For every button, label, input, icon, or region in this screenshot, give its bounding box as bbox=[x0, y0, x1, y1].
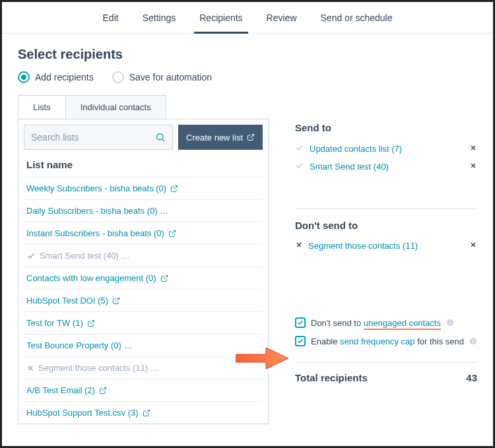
list-item[interactable]: Segment those contacts (11) … bbox=[24, 356, 263, 379]
list-item[interactable]: Test for TW (1) bbox=[24, 311, 263, 334]
nav-send-or-schedule[interactable]: Send or schedule bbox=[309, 2, 405, 33]
list-item-label: Segment those contacts (11) … bbox=[38, 363, 159, 373]
x-icon bbox=[469, 162, 477, 170]
remove-button[interactable] bbox=[469, 241, 477, 251]
create-new-list-button[interactable]: Create new list bbox=[178, 125, 263, 150]
list-item-label: Contacts with low engagement (0) bbox=[26, 273, 156, 283]
remove-button[interactable] bbox=[469, 162, 477, 172]
svg-line-6 bbox=[116, 298, 119, 302]
remove-button[interactable] bbox=[469, 144, 477, 154]
search-placeholder: Search lists bbox=[31, 132, 79, 143]
list-item-label: Test Bounce Property (0) … bbox=[26, 340, 132, 350]
list-item-label: Weekly Subscribers - bisha beats (0) bbox=[26, 183, 166, 193]
recipient-tabs: Lists Individual contacts bbox=[18, 95, 477, 119]
nav-recipients[interactable]: Recipients bbox=[187, 2, 254, 33]
list-name-header: List name bbox=[24, 155, 263, 177]
send-to-item-label[interactable]: Updated contacts list (7) bbox=[310, 144, 402, 154]
svg-line-5 bbox=[164, 275, 168, 279]
list-item[interactable]: Weekly Subscribers - bisha beats (0) bbox=[24, 177, 263, 199]
radio-add-recipients-label: Add recipients bbox=[35, 72, 94, 82]
list-item[interactable]: HubSpot Test DOI (5) bbox=[24, 289, 263, 311]
external-link-icon bbox=[168, 230, 176, 238]
external-link-icon bbox=[143, 409, 150, 417]
check-icon bbox=[26, 251, 36, 261]
list-item[interactable]: Smart Send test (40) … bbox=[24, 244, 263, 267]
dont-send-to-item: Segment those contacts (11) bbox=[295, 238, 477, 254]
external-link-icon bbox=[160, 274, 168, 282]
check-icon bbox=[295, 143, 304, 152]
list-item[interactable]: A/B Test Email (2) bbox=[24, 379, 263, 401]
check-icon bbox=[295, 161, 304, 170]
list-item-label: HubSpot Support Test.csv (3) bbox=[26, 408, 139, 418]
total-recipients-label: Total recipients bbox=[295, 372, 368, 383]
nav-review[interactable]: Review bbox=[255, 2, 309, 33]
list-item[interactable]: Instant Subscribers - bisha beats (0) bbox=[24, 222, 263, 244]
external-link-icon bbox=[170, 185, 178, 193]
svg-rect-25 bbox=[473, 339, 474, 340]
list-item-label: HubSpot Test DOI (5) bbox=[26, 296, 108, 305]
svg-line-11 bbox=[146, 410, 150, 414]
send-frequency-cap-link[interactable]: send frequency cap bbox=[340, 336, 414, 346]
checkbox-frequency-cap[interactable]: Enable send frequency cap for this send bbox=[295, 332, 477, 350]
checkbox-unengaged-prefix: Don't send to bbox=[311, 318, 364, 328]
dont-send-to-header: Don't send to bbox=[295, 220, 477, 231]
checkbox-freq-prefix: Enable bbox=[311, 336, 340, 346]
list-item-label: Test for TW (1) bbox=[26, 318, 83, 328]
checkbox-icon bbox=[295, 336, 306, 346]
list-item-label: Instant Subscribers - bisha beats (0) bbox=[26, 228, 164, 238]
send-to-item: Updated contacts list (7) bbox=[295, 140, 477, 158]
tab-lists[interactable]: Lists bbox=[18, 95, 66, 119]
checkbox-freq-suffix: for this send bbox=[415, 336, 464, 346]
svg-point-0 bbox=[157, 134, 163, 140]
x-icon bbox=[469, 241, 477, 249]
send-to-header: Send to bbox=[295, 122, 477, 133]
radio-add-recipients[interactable]: Add recipients bbox=[18, 71, 94, 83]
checkbox-unengaged[interactable]: Don't send to unengaged contacts bbox=[295, 313, 477, 332]
mode-radio-group: Add recipients Save for automation bbox=[18, 71, 477, 83]
external-link-icon bbox=[112, 297, 120, 305]
dont-send-to-item-label[interactable]: Segment those contacts (11) bbox=[308, 241, 418, 251]
svg-rect-24 bbox=[473, 340, 474, 343]
svg-line-3 bbox=[174, 185, 178, 189]
x-icon bbox=[295, 241, 303, 249]
radio-save-for-automation-label: Save for automation bbox=[129, 72, 212, 82]
unengaged-contacts-link[interactable]: unengaged contacts bbox=[364, 318, 441, 330]
x-icon bbox=[469, 144, 477, 152]
svg-line-4 bbox=[172, 230, 176, 234]
list-item[interactable]: Test Bounce Property (0) … bbox=[24, 334, 263, 356]
external-link-icon bbox=[247, 133, 255, 141]
svg-line-10 bbox=[102, 387, 106, 391]
list-item-label: Smart Send test (40) … bbox=[40, 251, 130, 261]
send-to-item-label[interactable]: Smart Send test (40) bbox=[310, 162, 389, 172]
lists-panel: Search lists Create new list List name W… bbox=[18, 119, 269, 424]
list-item[interactable]: Contacts with low engagement (0) bbox=[24, 267, 263, 289]
info-icon[interactable] bbox=[469, 337, 477, 345]
search-icon bbox=[155, 132, 166, 143]
nav-settings[interactable]: Settings bbox=[131, 2, 188, 33]
svg-rect-22 bbox=[449, 321, 450, 321]
send-to-item: Smart Send test (40) bbox=[295, 158, 477, 176]
tab-individual-contacts[interactable]: Individual contacts bbox=[65, 95, 166, 119]
svg-line-1 bbox=[162, 139, 164, 141]
svg-line-7 bbox=[90, 320, 94, 324]
total-recipients-row: Total recipients 43 bbox=[295, 362, 477, 383]
checkbox-icon bbox=[295, 317, 306, 328]
svg-rect-21 bbox=[449, 322, 450, 325]
total-recipients-value: 43 bbox=[466, 372, 477, 383]
radio-save-for-automation[interactable]: Save for automation bbox=[112, 71, 212, 83]
list-item-label: A/B Test Email (2) bbox=[26, 385, 95, 395]
list-item[interactable]: Daily Subscribers - bisha beats (0) … bbox=[24, 199, 263, 222]
x-icon bbox=[26, 364, 34, 372]
top-nav: Edit Settings Recipients Review Send or … bbox=[2, 2, 493, 34]
page-title: Select recipients bbox=[18, 47, 477, 62]
nav-edit[interactable]: Edit bbox=[91, 2, 131, 33]
summary-panel: Send to Updated contacts list (7)Smart S… bbox=[295, 119, 477, 383]
external-link-icon bbox=[99, 387, 107, 395]
search-input[interactable]: Search lists bbox=[24, 125, 173, 150]
external-link-icon bbox=[87, 319, 95, 327]
list-item[interactable]: HubSpot Support Test.csv (3) bbox=[24, 401, 263, 424]
create-new-list-label: Create new list bbox=[186, 133, 243, 143]
svg-line-2 bbox=[250, 135, 254, 139]
list-item-label: Daily Subscribers - bisha beats (0) … bbox=[26, 206, 168, 216]
info-icon[interactable] bbox=[446, 319, 454, 327]
